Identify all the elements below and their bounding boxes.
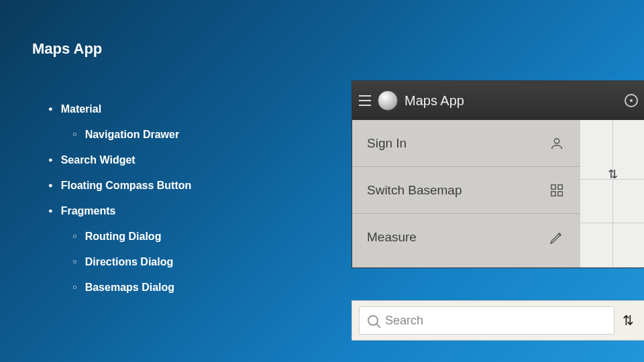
bullet-floating-compass: Floating Compass Button xyxy=(48,180,191,191)
app-title: Maps App xyxy=(405,93,618,109)
search-icon xyxy=(368,315,378,326)
pencil-icon xyxy=(548,229,566,246)
svg-rect-1 xyxy=(551,184,555,188)
locate-icon[interactable] xyxy=(625,94,638,107)
globe-icon xyxy=(378,90,398,111)
search-screenshot: Search ⇅ xyxy=(352,300,644,341)
hamburger-icon[interactable] xyxy=(359,95,371,106)
svg-rect-4 xyxy=(558,191,562,195)
drawer-item-label: Switch Basemap xyxy=(367,183,462,198)
person-icon xyxy=(548,135,566,152)
drawer-item-signin[interactable]: Sign In xyxy=(352,120,580,167)
search-placeholder: Search xyxy=(385,314,423,328)
drawer-item-label: Measure xyxy=(367,230,417,245)
slide-title: Maps App xyxy=(32,40,102,58)
map-strip: ⇅ xyxy=(580,120,644,267)
bullet-routing-dialog: Routing Dialog xyxy=(72,231,191,242)
svg-point-0 xyxy=(554,138,559,143)
bullet-directions-dialog: Directions Dialog xyxy=(72,257,191,267)
drawer-item-measure[interactable]: Measure xyxy=(352,214,580,261)
svg-rect-3 xyxy=(551,191,555,195)
bullet-fragments: Fragments xyxy=(48,206,191,217)
drawer-item-label: Sign In xyxy=(367,136,407,151)
search-input[interactable]: Search xyxy=(359,306,614,335)
drawer-screenshot: Maps App Sign In Switch Basemap xyxy=(352,80,644,268)
nav-drawer-panel: Sign In Switch Basemap Measure xyxy=(352,120,580,267)
bullet-search-widget: Search Widget xyxy=(48,155,191,166)
bullet-basemaps-dialog: Basemaps Dialog xyxy=(72,282,191,293)
compass-icon[interactable]: ⇅ xyxy=(623,312,638,328)
grid-icon xyxy=(548,182,566,199)
bullet-nav-drawer: Navigation Drawer xyxy=(72,129,191,140)
compass-icon[interactable]: ⇅ xyxy=(608,167,618,182)
bullet-list: Material Navigation Drawer Search Widget… xyxy=(48,104,191,308)
svg-rect-2 xyxy=(558,184,562,188)
app-topbar: Maps App xyxy=(352,81,644,120)
drawer-item-basemap[interactable]: Switch Basemap xyxy=(352,167,580,214)
bullet-material: Material xyxy=(48,104,191,115)
